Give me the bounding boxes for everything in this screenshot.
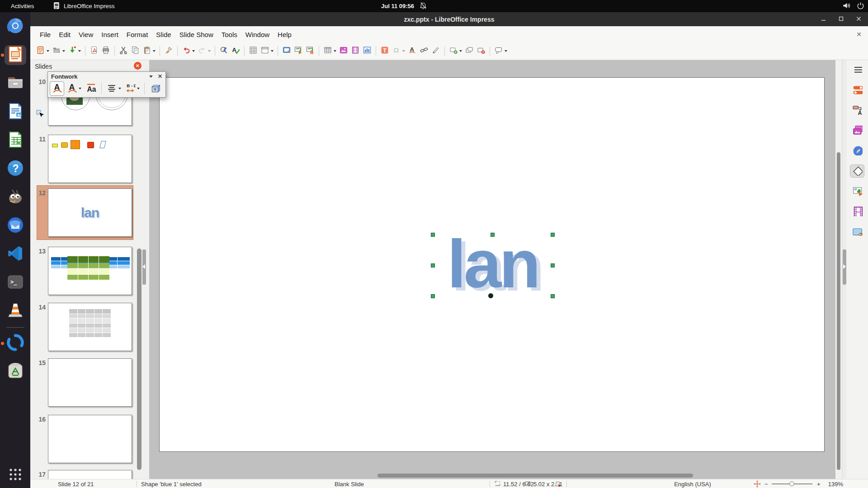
dock-item-trash[interactable] — [5, 362, 26, 382]
slide-thumbnail-item-15[interactable]: 15 — [30, 358, 149, 407]
dropdown-arrow-icon[interactable] — [62, 50, 65, 52]
resize-handle-bottom-left[interactable] — [431, 294, 435, 298]
menu-view[interactable]: View — [75, 28, 97, 41]
menu-insert[interactable]: Insert — [97, 28, 123, 41]
insert-table-button[interactable] — [322, 44, 338, 58]
slide-thumbnail[interactable] — [48, 135, 132, 183]
menu-format[interactable]: Format — [123, 28, 152, 41]
slides-panel-close-button[interactable]: ✕ — [134, 62, 142, 70]
dropdown-arrow-icon[interactable] — [153, 50, 156, 52]
fontwork-character-spacing-button[interactable]: B - D — [123, 81, 141, 96]
start-from-current-slide-button[interactable] — [304, 44, 316, 58]
slide-canvas-area[interactable]: lan — [149, 60, 835, 479]
special-character-button[interactable]: Ω — [391, 44, 406, 58]
resize-handle-top-center[interactable] — [491, 233, 495, 237]
save-button[interactable] — [66, 44, 82, 58]
draw-line-button[interactable] — [430, 44, 442, 58]
slide-thumbnail-item-14[interactable]: 14 — [30, 303, 149, 351]
find-replace-button[interactable] — [218, 44, 230, 58]
resize-handle-top-left[interactable] — [431, 233, 435, 237]
dropdown-arrow-icon[interactable] — [192, 50, 195, 52]
sidebar-tab-shapes[interactable] — [850, 164, 864, 178]
close-button[interactable] — [856, 16, 862, 23]
minimize-button[interactable] — [821, 16, 826, 23]
slide-thumbnail[interactable] — [48, 415, 132, 463]
activities-button[interactable]: Activities — [6, 0, 38, 12]
fontwork-panel-titlebar[interactable]: Fontwork ✕ — [48, 72, 165, 81]
zoom-in-button[interactable]: + — [817, 479, 821, 488]
sidebar-tab-sidebar-settings[interactable] — [850, 63, 864, 76]
sidebar-tab-master-slides[interactable] — [850, 225, 864, 239]
close-document-icon[interactable]: ✕ — [856, 31, 862, 38]
dropdown-arrow-icon[interactable] — [402, 50, 405, 52]
fontwork-same-letter-heights-button[interactable]: Aa — [84, 81, 98, 96]
redo-button[interactable] — [196, 44, 212, 58]
insert-media-button[interactable] — [349, 44, 361, 58]
panel-options-dropdown-icon[interactable] — [149, 75, 153, 78]
dropdown-arrow-icon[interactable] — [334, 50, 336, 52]
menu-file[interactable]: File — [36, 28, 55, 41]
resize-handle-middle-left[interactable] — [431, 263, 435, 267]
slide-thumbnail[interactable] — [48, 247, 132, 295]
clone-formatting-button[interactable] — [163, 44, 175, 58]
dropdown-arrow-icon[interactable] — [79, 88, 81, 89]
sidebar-tab-styles[interactable]: A — [850, 103, 864, 117]
slide-thumbnail-item-16[interactable]: 16 — [30, 415, 149, 463]
menu-window[interactable]: Window — [241, 28, 274, 41]
menu-slide[interactable]: Slide — [152, 28, 175, 41]
dropdown-arrow-icon[interactable] — [208, 50, 211, 52]
document-modified-icon[interactable] — [555, 479, 561, 488]
master-slide-button[interactable] — [281, 44, 292, 58]
dock-item-show-apps[interactable] — [5, 465, 26, 485]
fontwork-toggle-extrusion-button[interactable] — [148, 81, 162, 96]
display-views-button[interactable] — [259, 44, 275, 58]
dock-item-impress[interactable] — [5, 45, 26, 65]
maximize-button[interactable] — [838, 16, 844, 23]
fontwork-shape-text[interactable]: lan — [427, 228, 559, 300]
fontwork-panel-close-icon[interactable]: ✕ — [158, 73, 162, 80]
fontwork-adjustment-handle[interactable] — [488, 293, 493, 298]
open-button[interactable] — [51, 44, 66, 58]
dock-item-writer[interactable] — [5, 102, 26, 122]
zoom-level-value[interactable]: 139% — [824, 479, 843, 488]
fontwork-alignment-button[interactable] — [105, 81, 123, 96]
copy-button[interactable] — [129, 44, 141, 58]
dropdown-arrow-icon[interactable] — [137, 88, 140, 89]
resize-handle-top-right[interactable] — [551, 233, 555, 237]
display-grid-button[interactable] — [247, 44, 259, 58]
window-titlebar[interactable]: zxc.pptx - LibreOffice Impress — [30, 12, 868, 26]
clock-menu[interactable]: Jul 11 09:56 — [381, 0, 427, 12]
slide-thumbnail[interactable]: lan — [48, 188, 132, 237]
dock-item-thunderbird[interactable] — [5, 216, 26, 236]
start-from-first-slide-button[interactable] — [292, 44, 304, 58]
vertical-scrollbar-thumb[interactable] — [837, 152, 840, 470]
statusbar-slide-info[interactable]: Slide 12 of 21 — [58, 479, 94, 488]
statusbar-slide-layout[interactable]: Blank Slide — [335, 479, 364, 488]
dock-item-gimp[interactable] — [5, 188, 26, 207]
dropdown-arrow-icon[interactable] — [459, 50, 462, 52]
insert-textbox-button[interactable]: T — [379, 44, 391, 58]
menu-tools[interactable]: Tools — [217, 28, 241, 41]
delete-shape-button[interactable] — [475, 44, 487, 58]
dropdown-arrow-icon[interactable] — [505, 50, 507, 52]
new-presentation-button[interactable] — [35, 44, 51, 58]
print-button[interactable] — [100, 44, 112, 58]
slide-thumbnail-item-12[interactable]: 12 lan — [30, 188, 149, 237]
fontwork-gallery-button[interactable]: A — [50, 81, 64, 96]
dock-item-software-updater[interactable] — [5, 333, 26, 353]
undo-button[interactable] — [180, 44, 196, 58]
fontwork-selection[interactable]: lan — [433, 235, 552, 296]
sidebar-tab-animation[interactable] — [850, 205, 864, 218]
sidebar-tab-gallery[interactable] — [850, 124, 864, 137]
dock-item-help[interactable]: ? — [5, 159, 26, 179]
zoom-out-button[interactable]: − — [764, 479, 768, 488]
dropdown-arrow-icon[interactable] — [118, 88, 121, 89]
fit-slide-icon[interactable] — [754, 479, 761, 488]
duplicate-shape-button[interactable] — [463, 44, 475, 58]
dock-item-calc[interactable] — [5, 131, 26, 150]
insert-shape-button[interactable] — [448, 44, 463, 58]
insert-image-button[interactable] — [338, 44, 349, 58]
sidebar-splitter[interactable] — [842, 60, 846, 479]
slide-thumbnail[interactable] — [48, 303, 132, 351]
dock-item-chromium[interactable] — [5, 17, 26, 37]
